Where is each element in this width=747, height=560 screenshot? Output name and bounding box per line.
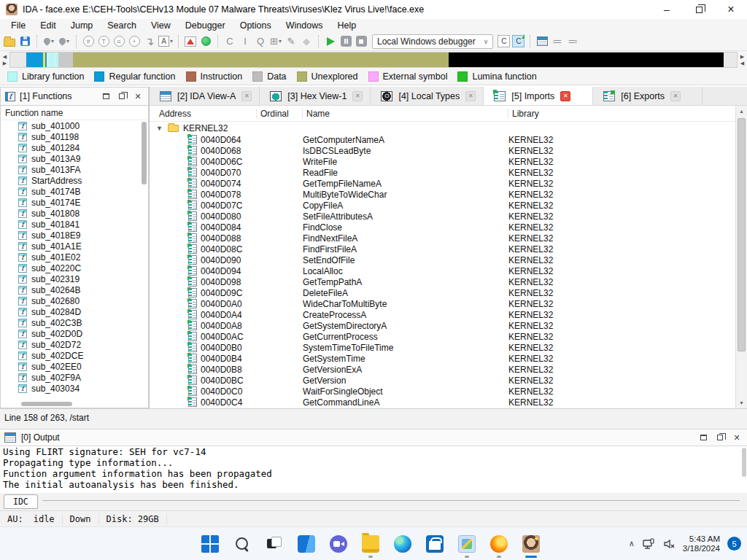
import-row[interactable]: 0040D0C0WaitForSingleObjectKERNEL32	[150, 386, 735, 397]
menu-jump[interactable]: Jump	[64, 20, 100, 31]
run-script-icon[interactable]: ≕	[566, 34, 579, 49]
tab-close-icon[interactable]: ✕	[670, 91, 681, 101]
create-function-icon[interactable]: C	[223, 34, 236, 49]
panel-close-icon[interactable]: ✕	[731, 432, 743, 443]
chunks-icon[interactable]: ⊞▾	[269, 34, 282, 49]
menu-search[interactable]: Search	[101, 20, 143, 31]
band-scroll-left-icon[interactable]: ◀	[740, 61, 744, 66]
function-row[interactable]: fsub_401000	[1, 120, 139, 131]
import-row[interactable]: 0040D09CDeleteFileAKERNEL32	[150, 287, 735, 298]
function-row[interactable]: fsub_401284	[1, 142, 139, 153]
function-row[interactable]: fsub_402680	[1, 295, 139, 306]
tab-close-icon[interactable]: ✕	[241, 91, 252, 101]
minimize-button[interactable]: –	[651, 0, 683, 19]
import-row[interactable]: 0040D0BCGetVersionKERNEL32	[150, 375, 735, 386]
close-button[interactable]: ×	[715, 0, 747, 19]
undefine-icon[interactable]: Q	[254, 34, 267, 49]
taskbar-widgets-button[interactable]	[293, 529, 320, 559]
functions-horizontal-scrollbar[interactable]	[21, 402, 72, 406]
imports-vertical-scrollbar[interactable]: ▲ ▼	[735, 106, 747, 408]
menu-windows[interactable]: Windows	[279, 20, 330, 31]
quick-compile-c-icon[interactable]: C	[512, 35, 525, 47]
functions-panel-header[interactable]: f [1] Functions ✕	[0, 87, 149, 106]
restore-button[interactable]	[683, 0, 715, 19]
import-row[interactable]: 0040D0B4GetSystemTimeKERNEL32	[150, 353, 735, 364]
idc-tab[interactable]: IDC	[4, 494, 38, 509]
column-header-address[interactable]: Address	[150, 109, 257, 119]
collapse-chevron-icon[interactable]: ▼	[156, 125, 163, 132]
network-icon[interactable]	[642, 537, 655, 551]
function-row[interactable]: fsub_401841	[1, 219, 139, 230]
function-row[interactable]: fStartAddress	[1, 175, 139, 186]
compile-c-icon[interactable]: C	[498, 35, 510, 47]
import-row[interactable]: 0040D08CFindFirstFileAKERNEL32	[150, 244, 735, 254]
function-row[interactable]: fsub_40284D	[1, 306, 139, 317]
import-row[interactable]: 0040D090SetEndOfFileKERNEL32	[150, 254, 735, 265]
taskbar-store-button[interactable]	[422, 529, 448, 559]
import-row[interactable]: 0040D080SetFileAttributesAKERNEL32	[150, 211, 735, 222]
column-header-library[interactable]: Library	[508, 109, 747, 119]
panel-float-icon[interactable]	[714, 432, 726, 443]
taskbar-firefox-button[interactable]	[486, 529, 512, 559]
tab-close-icon[interactable]: ✕	[352, 91, 363, 101]
import-row[interactable]: 0040D0C4GetCommandLineAKERNEL32	[150, 397, 735, 408]
import-row[interactable]: 0040D088FindNextFileAKERNEL32	[150, 233, 735, 244]
import-row[interactable]: 0040D07CCopyFileAKERNEL32	[150, 200, 735, 211]
output-console[interactable]: Using FLIRT signature: SEH for vc7-14Pro…	[0, 446, 747, 493]
import-row[interactable]: 0040D068IsDBCSLeadByteKERNEL32	[150, 145, 735, 156]
function-row[interactable]: fsub_4018E9	[1, 230, 139, 241]
menu-edit[interactable]: Edit	[34, 20, 63, 31]
tray-overflow-chevron-icon[interactable]: ∧	[629, 539, 635, 548]
menu-debugger[interactable]: Debugger	[179, 20, 232, 31]
debugger-selector[interactable]: Local Windows debugger ∨	[372, 34, 493, 49]
import-row[interactable]: 0040D074GetTempFileNameAKERNEL32	[150, 178, 735, 189]
function-row[interactable]: fsub_402319	[1, 273, 139, 284]
function-row[interactable]: fsub_401E02	[1, 252, 139, 262]
menu-help[interactable]: Help	[330, 20, 363, 31]
taskbar-file-explorer-button[interactable]	[357, 529, 384, 559]
menu-file[interactable]: File	[4, 20, 32, 31]
function-row[interactable]: fsub_402D0D	[1, 328, 139, 339]
function-row[interactable]: fsub_401A1E	[1, 241, 139, 252]
start-debug-icon[interactable]	[324, 34, 337, 49]
enums-icon[interactable]: ≡	[112, 34, 125, 49]
breakpoint-icon[interactable]	[184, 34, 197, 49]
menu-options[interactable]: Options	[233, 20, 278, 31]
stop-debug-icon[interactable]	[355, 34, 368, 49]
function-row[interactable]: fsub_401808	[1, 208, 139, 219]
band-scroll-left-icon[interactable]: ◀	[3, 54, 7, 60]
taskbar-start-button[interactable]	[197, 529, 223, 559]
output-scrollbar[interactable]	[742, 448, 746, 477]
panel-close-icon[interactable]: ✕	[132, 90, 144, 102]
function-row[interactable]: fsub_403034	[1, 383, 139, 394]
scroll-down-icon[interactable]: ▼	[736, 397, 747, 408]
function-name-column-header[interactable]: Function name	[1, 106, 148, 120]
band-scroll-right-icon[interactable]: ▶	[3, 61, 7, 66]
scroll-up-icon[interactable]: ▲	[736, 106, 747, 117]
tab-exports[interactable]: [6] Exports✕	[593, 87, 703, 105]
import-row[interactable]: 0040D070ReadFileKERNEL32	[150, 167, 735, 178]
column-header-name[interactable]: Name	[303, 109, 508, 119]
jump-icon[interactable]: ↴	[143, 34, 156, 49]
tab-ida-view[interactable]: [2] IDA View-A✕	[150, 87, 260, 105]
function-row[interactable]: fsub_402DCE	[1, 350, 139, 361]
taskbar-search-button[interactable]	[229, 529, 255, 559]
xrefs-icon[interactable]: +	[128, 34, 141, 49]
function-row[interactable]: fsub_40174E	[1, 197, 139, 208]
nav-back-icon[interactable]: ▾	[42, 34, 55, 49]
patch-icon[interactable]: ◆	[300, 34, 313, 49]
nav-forward-icon[interactable]: ▾	[58, 34, 71, 49]
open-file-icon[interactable]	[3, 34, 16, 49]
function-row[interactable]: fsub_40174B	[1, 186, 139, 197]
structures-icon[interactable]: #	[82, 34, 95, 49]
import-row[interactable]: 0040D0A8GetSystemDirectoryAKERNEL32	[150, 320, 735, 331]
run-free-icon[interactable]	[199, 34, 212, 49]
volume-muted-icon[interactable]	[662, 537, 676, 551]
import-row[interactable]: 0040D0B0SystemTimeToFileTimeKERNEL32	[150, 342, 735, 353]
import-row[interactable]: 0040D064GetComputerNameAKERNEL32	[150, 134, 735, 145]
function-row[interactable]: fsub_402F9A	[1, 372, 139, 383]
functions-vertical-scrollbar[interactable]	[142, 122, 147, 184]
edit-icon[interactable]: ✎	[285, 34, 298, 49]
tab-close-icon[interactable]: ✕	[560, 91, 570, 101]
menu-view[interactable]: View	[144, 20, 177, 31]
